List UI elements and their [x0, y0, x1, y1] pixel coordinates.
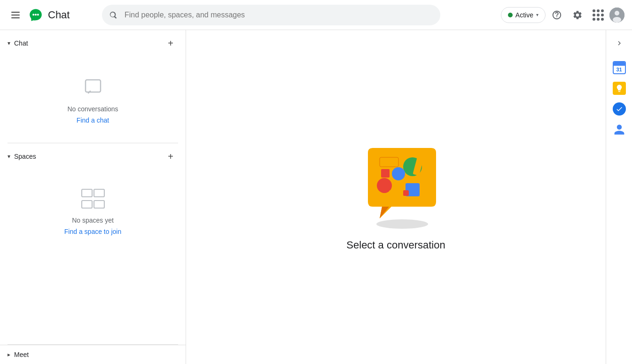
expand-panel-button[interactable]: [610, 34, 629, 53]
topbar-left: Chat: [8, 7, 70, 23]
content-area: Select a conversation: [186, 30, 606, 364]
svg-rect-9: [82, 201, 92, 208]
no-conversations-text: No conversations: [67, 105, 118, 113]
add-chat-button[interactable]: +: [163, 36, 178, 51]
app-title: Chat: [48, 9, 70, 21]
avatar-icon: [609, 8, 624, 23]
chat-section-title-wrap: ▾ Chat: [8, 39, 28, 47]
google-calendar-icon: 31: [613, 61, 626, 74]
chat-section-header[interactable]: ▾ Chat +: [0, 30, 186, 56]
no-spaces-text: No spaces yet: [72, 217, 114, 224]
spaces-section-title: Spaces: [14, 153, 36, 160]
status-dot: [508, 13, 513, 17]
chat-illustration: [354, 143, 438, 228]
google-contacts-button[interactable]: [610, 120, 629, 139]
no-conversations-icon: [82, 75, 104, 100]
apps-button[interactable]: [589, 6, 608, 24]
select-conversation-text: Select a conversation: [346, 239, 445, 251]
contacts-person-icon: [613, 124, 625, 136]
svg-point-1: [35, 14, 37, 15]
svg-rect-6: [86, 80, 101, 92]
status-button[interactable]: Active ▾: [501, 7, 546, 23]
svg-point-11: [376, 219, 428, 229]
find-chat-link[interactable]: Find a chat: [77, 116, 109, 124]
svg-rect-7: [82, 189, 92, 197]
search-bar: [102, 5, 440, 25]
find-space-link[interactable]: Find a space to join: [64, 228, 121, 235]
svg-rect-17: [381, 169, 390, 178]
svg-point-0: [32, 14, 34, 15]
main: ▾ Chat + No conversations Find a chat ▾ …: [0, 30, 632, 364]
google-calendar-button[interactable]: 31: [610, 58, 629, 77]
settings-button[interactable]: [568, 6, 587, 24]
sidebar: ▾ Chat + No conversations Find a chat ▾ …: [0, 30, 186, 364]
tasks-check-icon: [616, 105, 623, 113]
cal-number: 31: [614, 66, 625, 73]
svg-point-2: [37, 14, 39, 15]
google-tasks-icon: [613, 102, 626, 116]
svg-rect-12: [380, 157, 398, 167]
chat-section-title: Chat: [14, 39, 28, 47]
svg-point-16: [392, 167, 405, 180]
status-label: Active: [515, 11, 533, 19]
topbar-right: Active ▾: [501, 6, 624, 24]
gear-icon: [572, 10, 583, 20]
help-button[interactable]: [547, 6, 566, 24]
meet-section-title: Meet: [14, 351, 29, 358]
google-keep-icon: [613, 82, 626, 95]
right-panel: 31: [606, 30, 632, 364]
no-spaces-icon: [81, 188, 105, 211]
svg-rect-20: [403, 190, 409, 196]
chat-empty-state: No conversations Find a chat: [0, 56, 186, 143]
illustration-svg: [354, 143, 448, 232]
search-icon: [109, 10, 118, 20]
avatar[interactable]: [609, 8, 624, 23]
hamburger-menu-button[interactable]: [8, 8, 23, 22]
svg-rect-19: [389, 190, 404, 197]
google-keep-button[interactable]: [610, 79, 629, 98]
spaces-section-header[interactable]: ▾ Spaces +: [0, 143, 186, 170]
chat-section-arrow: ▾: [8, 40, 10, 46]
chat-logo: [27, 7, 44, 23]
google-contacts-icon: [613, 123, 626, 136]
svg-rect-10: [94, 201, 104, 208]
apps-grid-icon: [593, 9, 604, 21]
chevron-down-icon: ▾: [536, 12, 538, 17]
search-input[interactable]: [102, 5, 440, 25]
chevron-right-icon: [615, 39, 624, 47]
svg-point-4: [615, 11, 619, 15]
sidebar-spacer: [0, 254, 186, 344]
hamburger-icon: [11, 12, 20, 18]
spaces-empty-state: No spaces yet Find a space to join: [0, 170, 186, 254]
meet-section-arrow: ▸: [8, 351, 10, 358]
spaces-section-arrow: ▾: [8, 153, 10, 160]
chat-logo-svg: [28, 8, 43, 23]
topbar: Chat Active ▾: [0, 0, 632, 30]
select-conversation-state: Select a conversation: [346, 143, 445, 251]
svg-point-5: [613, 17, 621, 23]
add-space-button[interactable]: +: [163, 149, 178, 164]
meet-section-header[interactable]: ▸ Meet: [0, 345, 186, 364]
cal-header: [614, 62, 625, 66]
meet-title-wrap: ▸ Meet: [8, 351, 29, 358]
svg-rect-8: [94, 189, 104, 197]
help-icon: [552, 10, 562, 20]
google-tasks-button[interactable]: [610, 100, 629, 118]
keep-bulb-icon: [615, 84, 624, 93]
spaces-section-title-wrap: ▾ Spaces: [8, 153, 36, 160]
